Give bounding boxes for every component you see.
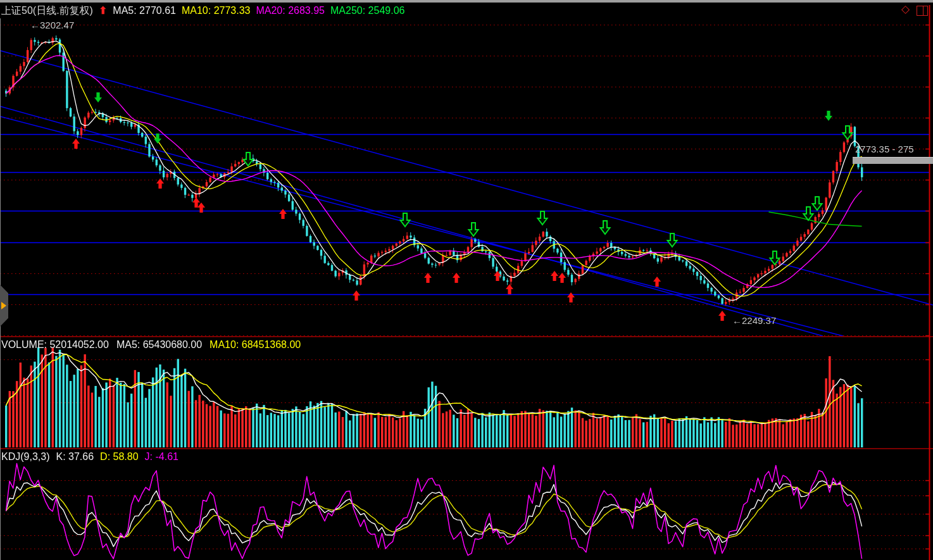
chart-canvas[interactable] [0, 0, 933, 560]
kdj-d-readout: D: 58.80 [100, 451, 138, 463]
high-price-label: ←3202.47 [30, 20, 74, 31]
volume-ma10-readout: MA10: 68451368.00 [210, 339, 301, 351]
kdj-k-readout: K: 37.66 [56, 451, 94, 463]
window-top-edge [0, 0, 933, 3]
ma20-readout: MA20: 2683.95 [256, 5, 325, 16]
volume-panel-header: VOLUME: 52014052.00 MA5: 65430680.00 MA1… [1, 339, 301, 351]
diamond-icon[interactable]: ◇ [901, 4, 910, 15]
low-price-label: ←2249.37 [732, 315, 776, 327]
kdj-name: KDJ(9,3,3) [1, 451, 49, 463]
kdj-panel-header: KDJ(9,3,3) K: 37.66 D: 58.80 J: -4.61 [1, 451, 178, 463]
volume-readout: VOLUME: 52014052.00 [1, 339, 109, 351]
expand-arrow-icon [1, 302, 6, 309]
kdj-j-readout: J: -4.61 [145, 451, 178, 463]
volume-ma5-readout: MA5: 65430680.00 [116, 339, 202, 351]
price-range-highlight-bar [853, 157, 933, 164]
split-window-icon[interactable] [917, 6, 928, 16]
up-arrow-icon: ⬆ [99, 4, 107, 16]
main-chart-header: 上证50(日线.前复权) ⬆ MA5: 2770.61 MA10: 2773.3… [1, 4, 404, 18]
ma5-readout: MA5: 2770.61 [113, 5, 176, 16]
ma10-readout: MA10: 2773.33 [182, 5, 251, 16]
ma250-readout: MA250: 2549.06 [330, 5, 404, 16]
price-range-tooltip: 2773.35 - 275 [855, 144, 914, 155]
stock-chart-window: 上证50(日线.前复权) ⬆ MA5: 2770.61 MA10: 2773.3… [0, 0, 933, 560]
symbol-title: 上证50(日线.前复权) [1, 4, 93, 18]
split-window-icon-divider [923, 6, 924, 15]
